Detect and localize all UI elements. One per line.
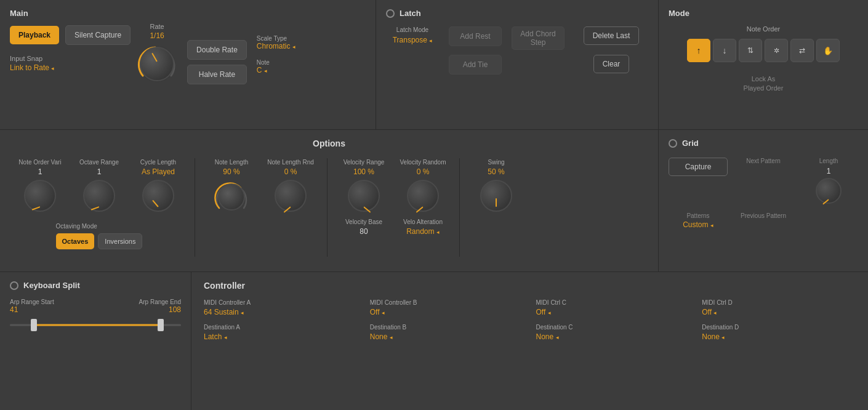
swing-knob[interactable] <box>480 180 512 212</box>
controller-grid: MIDI Controller A 64 Sustain ◂ MIDI Cont… <box>204 299 856 341</box>
octaves-button[interactable]: Octaves <box>56 233 95 249</box>
clear-cell: Clear <box>574 55 648 73</box>
note-order-hand-btn[interactable]: ✋ <box>816 39 840 62</box>
octave-range-knob[interactable] <box>83 180 115 212</box>
octave-range-cell: Octave Range 1 Octaving Mode Octaves Inv… <box>71 158 127 249</box>
midi-ctrl-c-cell: MIDI Ctrl C Off ◂ <box>536 299 690 316</box>
add-tie-button[interactable]: Add Tie <box>449 55 502 74</box>
double-rate-button[interactable]: Double Rate <box>187 40 247 60</box>
dest-b-cell: Destination B None ◂ <box>370 324 524 341</box>
dest-b-value[interactable]: None ◂ <box>370 332 524 341</box>
midi-ctrl-d-value[interactable]: Off ◂ <box>702 308 856 316</box>
note-order-vari-label: Note Order Vari <box>18 158 61 166</box>
dest-a-value[interactable]: Latch ◂ <box>204 332 358 341</box>
latch-title: Latch <box>400 9 421 18</box>
cycle-length-knob[interactable] <box>142 180 174 212</box>
delete-last-cell: Delete Last <box>574 26 648 45</box>
latch-mode-value[interactable]: Transpose ◂ <box>393 36 433 44</box>
octave-range-value: 1 <box>97 167 102 176</box>
capture-button[interactable]: Capture <box>669 158 728 176</box>
scale-type-value[interactable]: Chromatic ◂ <box>257 42 295 50</box>
length-label: Length <box>819 158 838 164</box>
add-chord-step-button[interactable]: Add Chord Step <box>512 26 565 50</box>
latch-mode-label: Latch Mode <box>396 26 428 33</box>
velocity-range-cell: Velocity Range 100 % Velocity Base 80 <box>336 158 392 239</box>
patterns-cell: Patterns Custom ◂ <box>669 212 728 229</box>
controller-panel: Controller MIDI Controller A 64 Sustain … <box>191 272 868 410</box>
slider-thumb-start[interactable] <box>31 319 37 331</box>
note-order-vari-knob[interactable] <box>24 180 56 212</box>
arp-range-start-label: Arp Range Start <box>10 299 54 305</box>
latch-power-icon[interactable] <box>386 9 395 18</box>
keyboard-split-panel: Keyboard Split Arp Range Start 41 Arp Ra… <box>0 272 191 410</box>
length-value: 1 <box>827 167 831 175</box>
arp-range-end-value: 108 <box>139 305 181 314</box>
middle-row: Options Note Order Vari 1 Octave Range 1… <box>0 130 868 271</box>
main-title: Main <box>10 9 366 18</box>
previous-pattern-label: Previous Pattern <box>741 212 786 219</box>
dest-c-value[interactable]: None ◂ <box>536 332 690 341</box>
main-panel: Main Playback Silent Capture Input Snap … <box>0 0 376 129</box>
note-value[interactable]: C ◂ <box>257 66 295 74</box>
latch-panel: Latch Latch Mode Transpose ◂ Add Rest Ad… <box>376 0 658 129</box>
silent-capture-button[interactable]: Silent Capture <box>65 25 131 45</box>
note-order-up-btn[interactable]: ↑ <box>687 39 710 62</box>
note-length-rnd-label: Note Length Rnd <box>267 158 314 166</box>
input-snap-value[interactable]: Link to Rate ◂ <box>10 63 131 72</box>
velo-alteration-value[interactable]: Random ◂ <box>403 227 443 236</box>
midi-ctrl-d-cell: MIDI Ctrl D Off ◂ <box>702 299 856 316</box>
rate-value: 1/16 <box>150 31 164 40</box>
velocity-range-knob[interactable] <box>348 180 380 212</box>
arp-range-end-cell: Arp Range End 108 <box>139 299 181 314</box>
octaving-mode-label: Octaving Mode <box>56 223 143 230</box>
midi-ctrl-b-label: MIDI Controller B <box>370 299 524 306</box>
octave-range-label: Octave Range <box>79 158 119 166</box>
keyboard-split-power-icon[interactable] <box>10 281 18 290</box>
note-length-label: Note Length <box>215 158 249 166</box>
patterns-value[interactable]: Custom ◂ <box>683 220 713 229</box>
kb-title-row: Keyboard Split <box>10 281 181 290</box>
cycle-length-cell: Cycle Length As Played <box>131 158 186 212</box>
keyboard-split-title: Keyboard Split <box>23 281 80 290</box>
add-tie-cell: Add Tie <box>449 55 502 74</box>
grid-panel: Grid Capture Next Pattern Length 1 <box>659 130 868 271</box>
clear-button[interactable]: Clear <box>593 55 630 73</box>
slider-thumb-end[interactable] <box>158 319 164 331</box>
grid-title: Grid <box>682 139 699 148</box>
length-knob[interactable] <box>816 178 842 204</box>
note-order-down-btn[interactable]: ↓ <box>713 39 736 62</box>
options-title: Options <box>12 139 646 148</box>
grid-power-icon[interactable] <box>669 139 677 148</box>
bottom-row: Keyboard Split Arp Range Start 41 Arp Ra… <box>0 272 868 410</box>
dest-d-value[interactable]: None ◂ <box>702 332 856 341</box>
midi-ctrl-b-value[interactable]: Off ◂ <box>370 308 524 316</box>
note-order-random-btn[interactable]: ⇄ <box>790 39 814 62</box>
inversions-button[interactable]: Inversions <box>98 233 142 249</box>
note-length-knob[interactable] <box>218 183 245 211</box>
note-order-buttons: ↑ ↓ ⇅ ✲ ⇄ ✋ <box>669 39 858 62</box>
mode-title: Mode <box>669 9 858 18</box>
note-order-updown-btn[interactable]: ⇅ <box>739 39 762 62</box>
playback-button[interactable]: Playback <box>10 26 59 44</box>
capture-cell: Capture <box>669 158 728 176</box>
velocity-range-label: Velocity Range <box>344 158 385 166</box>
main-container: Main Playback Silent Capture Input Snap … <box>0 0 868 410</box>
octaving-buttons: Octaves Inversions <box>56 233 143 249</box>
add-rest-button[interactable]: Add Rest <box>449 26 502 46</box>
delete-last-button[interactable]: Delete Last <box>584 26 640 45</box>
midi-ctrl-c-value[interactable]: Off ◂ <box>536 308 690 316</box>
options-panel: Options Note Order Vari 1 Octave Range 1… <box>0 130 658 271</box>
velocity-random-knob[interactable] <box>407 180 439 212</box>
velocity-base-value: 80 <box>345 227 382 236</box>
grid-title-row: Grid <box>669 139 858 148</box>
swing-cell: Swing 50 % <box>468 158 524 212</box>
patterns-label: Patterns <box>686 212 709 219</box>
rate-knob[interactable] <box>140 47 174 81</box>
dest-d-label: Destination D <box>702 324 856 331</box>
midi-ctrl-a-value[interactable]: 64 Sustain ◂ <box>204 308 358 316</box>
midi-ctrl-b-cell: MIDI Controller B Off ◂ <box>370 299 524 316</box>
note-length-rnd-knob[interactable] <box>275 180 307 212</box>
latch-title-row: Latch <box>386 9 648 18</box>
note-order-star-btn[interactable]: ✲ <box>765 39 788 62</box>
halve-rate-button[interactable]: Halve Rate <box>187 65 247 84</box>
